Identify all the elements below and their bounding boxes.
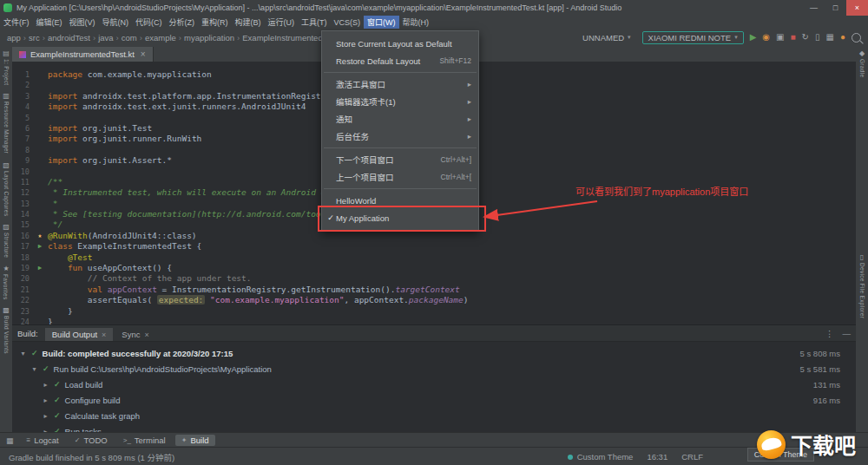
notifications-icon[interactable]: ● xyxy=(840,33,845,42)
breadcrumb: app›src›androidTest›java›com›example›mya… xyxy=(0,33,346,43)
tool-button-label: Structure xyxy=(3,232,10,258)
menubar-item-12[interactable]: 帮助(H) xyxy=(399,16,433,29)
menubar-item-9[interactable]: 工具(T) xyxy=(298,16,331,29)
left-tool-strip: ▤1: Project▥Resource Manager▧Layout Capt… xyxy=(0,46,13,432)
breadcrumb-item-app[interactable]: app xyxy=(7,33,21,43)
debug-icon[interactable]: ▣ xyxy=(776,33,784,42)
build-tab-build-output[interactable]: Build Output× xyxy=(45,328,114,341)
build-tree-row-4[interactable]: ▸✓Calculate task graph xyxy=(12,408,856,423)
window-menu-item-0[interactable]: Store Current Layout as Default xyxy=(322,35,478,52)
window-menu-item-6[interactable]: 后台任务▸ xyxy=(322,128,478,145)
build-step-duration: 916 ms xyxy=(813,396,856,405)
close-icon[interactable]: × xyxy=(144,331,148,339)
run-test-icon[interactable]: ▶ xyxy=(32,241,48,252)
tool-button-favorites[interactable]: ★Favorites xyxy=(3,265,9,299)
menubar-item-8[interactable]: 运行(U) xyxy=(265,16,299,29)
menubar-item-3[interactable]: 导航(N) xyxy=(99,16,133,29)
submenu-arrow-icon: ▸ xyxy=(456,97,471,106)
build-tree-row-1[interactable]: ▾✓Run build C:\Users\hp\AndroidStudioPro… xyxy=(12,361,856,377)
close-icon[interactable]: × xyxy=(102,331,106,339)
window-menu-item-8[interactable]: 下一个项目窗口Ctrl+Alt+] xyxy=(322,151,478,168)
build-tree-row-0[interactable]: ▾✓Build: completed successfully at 2020/… xyxy=(12,345,856,361)
build-tab-sync[interactable]: Sync× xyxy=(115,328,155,341)
build-tree-row-3[interactable]: ▸✓Configure build916 ms xyxy=(12,392,856,408)
expand-icon[interactable]: ▸ xyxy=(42,396,49,404)
expand-icon[interactable]: ▸ xyxy=(42,381,49,389)
window-title: My Application [C:\Users\hp\AndroidStudi… xyxy=(16,3,803,12)
breadcrumb-item-java[interactable]: java xyxy=(98,33,113,43)
menubar-item-11[interactable]: 窗口(W) xyxy=(364,16,399,29)
tool-window-button-todo[interactable]: ✓TODO xyxy=(69,435,114,446)
stop-icon[interactable]: ■ xyxy=(791,33,796,42)
tab-close-icon[interactable]: × xyxy=(141,49,146,59)
tool-button-build-variants[interactable]: ▩Build Variants xyxy=(3,307,10,354)
tab-example-instrumented-test[interactable]: ExampleInstrumentedTest.kt × xyxy=(12,47,154,62)
resource-manager-icon: ▥ xyxy=(3,93,10,100)
device-manager-icon[interactable]: ▯ xyxy=(815,33,820,42)
collapse-icon[interactable]: ▾ xyxy=(30,365,38,373)
menubar-item-2[interactable]: 视图(V) xyxy=(66,16,99,29)
collapse-icon[interactable]: ▾ xyxy=(19,350,27,357)
menubar-item-10[interactable]: VCS(S) xyxy=(331,17,365,28)
menubar-item-5[interactable]: 分析(Z) xyxy=(166,16,199,29)
run-config-selector[interactable]: UNNAMED ▾ xyxy=(577,32,636,43)
status-widget-0[interactable]: Custom Theme xyxy=(568,452,634,462)
breadcrumb-item-myapplication[interactable]: myapplication xyxy=(184,33,234,43)
run-icon[interactable]: ▶ xyxy=(750,33,757,42)
window-menu-item-11[interactable]: HelloWorld xyxy=(322,192,478,209)
tool-button-resource-manager[interactable]: ▥Resource Manager xyxy=(3,93,10,154)
tool-button-device-file-explorer[interactable]: ▯Device File Explorer xyxy=(859,254,865,318)
tool-button-project[interactable]: ▤1: Project xyxy=(3,50,10,85)
breadcrumb-item-example[interactable]: example xyxy=(145,33,176,43)
line-number: 7 xyxy=(12,134,30,144)
hide-panel-icon[interactable]: — xyxy=(843,329,852,338)
device-selector[interactable]: XIAOMI REDMI NOTE ▾ xyxy=(642,31,744,44)
breadcrumb-item-com[interactable]: com xyxy=(122,33,137,43)
tool-button-structure[interactable]: ▨Structure xyxy=(3,224,10,258)
layout-inspector-icon[interactable]: ▦ xyxy=(826,33,834,42)
menubar-item-6[interactable]: 重构(R) xyxy=(198,16,232,29)
tool-button-layout-captures[interactable]: ▧Layout Captures xyxy=(3,162,10,216)
line-number: 13 xyxy=(12,199,30,209)
window-menu-item-9[interactable]: 上一个项目窗口Ctrl+Alt+[ xyxy=(322,168,478,186)
status-widget-2[interactable]: CRLF xyxy=(681,452,703,462)
breadcrumb-separator: › xyxy=(140,33,142,43)
window-menu-item-1[interactable]: Restore Default LayoutShift+F12 xyxy=(322,52,478,69)
chevron-down-icon: ▾ xyxy=(734,34,738,41)
breadcrumb-item-androidTest[interactable]: androidTest xyxy=(48,33,90,43)
tool-window-button-label: Build xyxy=(190,436,208,445)
menu-item-label: 激活工具窗口 xyxy=(336,78,385,90)
sync-project-icon[interactable]: ↻ xyxy=(802,33,809,42)
close-icon[interactable]: × xyxy=(846,0,868,16)
tool-button-gradle[interactable]: ◆Gradle xyxy=(859,50,865,77)
build-variants-icon: ▩ xyxy=(3,307,10,314)
more-options-icon[interactable]: ⋮ xyxy=(825,329,834,338)
tool-window-bar: ▦≡Logcat✓TODO>_Terminal✦Build xyxy=(0,432,868,448)
line-number: 11 xyxy=(12,177,30,187)
window-menu-item-3[interactable]: 激活工具窗口▸ xyxy=(322,75,478,93)
build-panel: Build: Build Output×Sync× ⋮ — ▾✓Build: c… xyxy=(12,324,856,433)
menubar-item-4[interactable]: 代码(C) xyxy=(132,16,166,29)
menubar-item-0[interactable]: 文件(F) xyxy=(0,16,33,29)
window-menu-item-12[interactable]: ✓My Application xyxy=(322,209,478,226)
run-test-icon[interactable]: ▶ xyxy=(32,263,48,273)
tool-window-button-build[interactable]: ✦Build xyxy=(175,435,215,446)
expand-icon[interactable]: ▸ xyxy=(42,412,49,420)
build-tab-label: Build Output xyxy=(52,330,97,339)
build-tree-row-2[interactable]: ▸✓Load build131 ms xyxy=(12,377,856,392)
tool-window-button-terminal[interactable]: >_Terminal xyxy=(117,435,172,446)
profile-icon[interactable]: ◉ xyxy=(762,33,770,42)
window-menu-item-4[interactable]: 编辑器选项卡(1)▸ xyxy=(322,93,478,110)
search-everywhere-icon[interactable] xyxy=(852,33,861,43)
minimize-icon[interactable]: — xyxy=(803,0,825,16)
todo-icon: ✓ xyxy=(75,436,81,444)
window-menu-item-5[interactable]: 通知▸ xyxy=(322,110,478,128)
status-widget-1[interactable]: 16:31 xyxy=(647,452,667,462)
tool-window-button-logcat[interactable]: ≡Logcat xyxy=(21,435,65,446)
tool-window-switcher-icon[interactable]: ▦ xyxy=(3,436,17,445)
menubar-item-1[interactable]: 编辑(E) xyxy=(33,16,66,29)
breadcrumb-item-src[interactable]: src xyxy=(29,33,40,43)
tab-title: ExampleInstrumentedTest.kt xyxy=(30,49,135,59)
menubar-item-7[interactable]: 构建(B) xyxy=(232,16,265,29)
maximize-icon[interactable]: □ xyxy=(825,0,846,16)
